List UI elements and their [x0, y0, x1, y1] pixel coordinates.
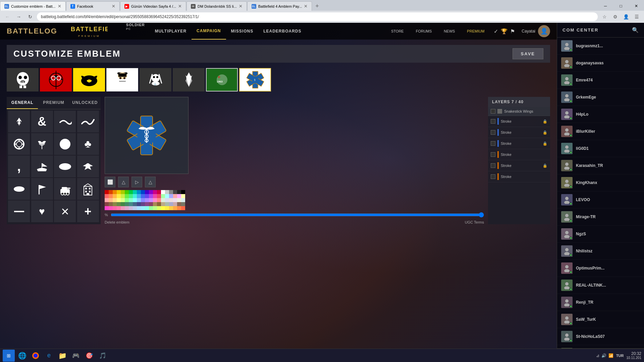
symbol-crosshair[interactable] — [54, 200, 76, 222]
color-swatch[interactable] — [177, 198, 181, 202]
taskbar-browser-icon[interactable]: 🌐 — [16, 350, 28, 362]
color-swatch[interactable] — [141, 190, 145, 194]
color-swatch[interactable] — [117, 194, 121, 198]
color-swatch[interactable] — [153, 194, 157, 198]
symbol-clubs[interactable]: ♣ — [77, 133, 99, 155]
symbol-wave2[interactable] — [77, 111, 99, 132]
color-swatch[interactable] — [169, 202, 173, 206]
layer-checkbox-2[interactable] — [491, 130, 495, 135]
flip-v-tool[interactable]: ▷ — [131, 177, 142, 187]
network-icon[interactable]: ⊿ — [596, 353, 599, 358]
preset-4[interactable] — [106, 68, 138, 92]
color-swatch[interactable] — [161, 202, 165, 206]
rotate-tool[interactable]: △ — [145, 177, 156, 187]
color-swatch[interactable] — [177, 190, 181, 194]
color-swatch[interactable] — [149, 198, 153, 202]
color-swatch[interactable] — [157, 194, 161, 198]
system-clock[interactable]: 20:32 10.11.201 — [627, 351, 642, 360]
taskbar-game-icon-2[interactable]: 🎯 — [83, 350, 95, 362]
com-search-icon[interactable]: 🔍 — [632, 27, 639, 33]
symbol-boat[interactable] — [31, 156, 53, 177]
tab-close-facebook[interactable]: ✕ — [112, 4, 115, 9]
color-swatch[interactable] — [149, 206, 153, 210]
color-swatch[interactable] — [141, 198, 145, 202]
color-swatch[interactable] — [117, 190, 121, 194]
layer-checkbox-3[interactable] — [491, 141, 495, 146]
tab-gunun[interactable]: ▶ Günün Videolan Sayfa 4 /... ✕ — [120, 1, 186, 11]
friend-item-karasahin[interactable]: Karasahin_TR — [557, 157, 644, 174]
color-swatch[interactable] — [153, 206, 157, 210]
taskbar-ie-icon[interactable]: e — [43, 350, 55, 362]
nav-soldier[interactable]: SOLDIER PC — [121, 23, 150, 40]
tab-general[interactable]: GENERAL — [7, 97, 38, 109]
color-swatch[interactable] — [121, 190, 125, 194]
color-swatch[interactable] — [169, 194, 173, 198]
new-tab-button[interactable]: + — [312, 1, 322, 11]
symbol-wave1[interactable] — [54, 111, 76, 132]
color-swatch[interactable] — [121, 202, 125, 206]
trophy-icon[interactable]: 🏆 — [501, 28, 507, 35]
symbol-comma[interactable]: , — [8, 156, 30, 177]
friend-item-iblurkiller[interactable]: iBlurKiller — [557, 123, 644, 140]
preset-7[interactable]: ☪ 1963 — [206, 68, 238, 92]
color-swatch[interactable] — [113, 206, 117, 210]
color-swatch[interactable] — [129, 198, 133, 202]
symbol-ampersand[interactable]: & — [31, 111, 53, 132]
color-swatch[interactable] — [133, 198, 137, 202]
layer-checkbox-main[interactable] — [491, 109, 495, 114]
user-profile-icon[interactable]: 👤 — [621, 12, 631, 21]
color-swatch[interactable] — [169, 198, 173, 202]
nav-missions[interactable]: MISSIONS — [226, 23, 259, 40]
color-swatch[interactable] — [109, 190, 113, 194]
color-swatch[interactable] — [169, 206, 173, 210]
username-label[interactable]: Cayatai — [522, 29, 535, 34]
color-swatch[interactable] — [113, 198, 117, 202]
color-swatch[interactable] — [161, 194, 165, 198]
taskbar-folder-icon[interactable]: 📁 — [56, 350, 68, 362]
color-swatch[interactable] — [125, 206, 129, 210]
color-swatch[interactable] — [137, 206, 141, 210]
friend-item-real-altink[interactable]: REAL-ALTINK... — [557, 277, 644, 294]
color-swatch[interactable] — [177, 206, 181, 210]
store-link[interactable]: STORE — [388, 28, 407, 35]
layer-checkbox-6[interactable] — [491, 174, 495, 179]
color-swatch[interactable] — [129, 206, 133, 210]
friend-item-saw-turk[interactable]: SaW_TurK — [557, 311, 644, 328]
color-swatch[interactable] — [141, 206, 145, 210]
layer-item-6[interactable]: Stroke — [488, 171, 550, 182]
layer-item-1[interactable]: Stroke 🔒 — [488, 116, 550, 127]
layer-item-main[interactable]: Snakestick Wings — [488, 107, 550, 116]
preset-6[interactable] — [173, 68, 205, 92]
color-swatch[interactable] — [181, 202, 185, 206]
color-swatch[interactable] — [133, 206, 137, 210]
color-swatch[interactable] — [129, 190, 133, 194]
color-swatch[interactable] — [141, 202, 145, 206]
tab-premium[interactable]: PREMIUM — [38, 97, 69, 109]
color-swatch[interactable] — [157, 202, 161, 206]
color-swatch[interactable] — [157, 190, 161, 194]
color-swatch[interactable] — [149, 190, 153, 194]
color-swatch[interactable] — [117, 202, 121, 206]
taskbar-headphones-icon[interactable]: 🎵 — [97, 350, 109, 362]
forward-button[interactable]: → — [14, 12, 23, 21]
friend-item-ngzs[interactable]: NgzS — [557, 226, 644, 243]
color-swatch[interactable] — [125, 194, 129, 198]
color-swatch[interactable] — [141, 194, 145, 198]
color-swatch[interactable] — [161, 190, 165, 194]
taskbar-steam-icon[interactable]: 🎮 — [70, 350, 82, 362]
symbol-arrow-right[interactable] — [8, 200, 30, 222]
layer-item-5[interactable]: Stroke 🔒 — [488, 160, 550, 171]
color-swatch[interactable] — [137, 198, 141, 202]
friend-item-bugrasnmz1[interactable]: bugrasnmz1... — [557, 38, 644, 55]
color-swatch[interactable] — [165, 206, 169, 210]
color-swatch[interactable] — [165, 202, 169, 206]
layer-checkbox-1[interactable] — [491, 119, 495, 124]
color-swatch[interactable] — [181, 198, 185, 202]
color-swatch[interactable] — [121, 198, 125, 202]
color-swatch[interactable] — [129, 202, 133, 206]
tab-close-customize[interactable]: ✕ — [58, 4, 61, 9]
color-swatch[interactable] — [153, 198, 157, 202]
color-swatch[interactable] — [133, 202, 137, 206]
back-button[interactable]: ← — [3, 12, 12, 21]
flip-h-tool[interactable]: △ — [118, 177, 129, 187]
